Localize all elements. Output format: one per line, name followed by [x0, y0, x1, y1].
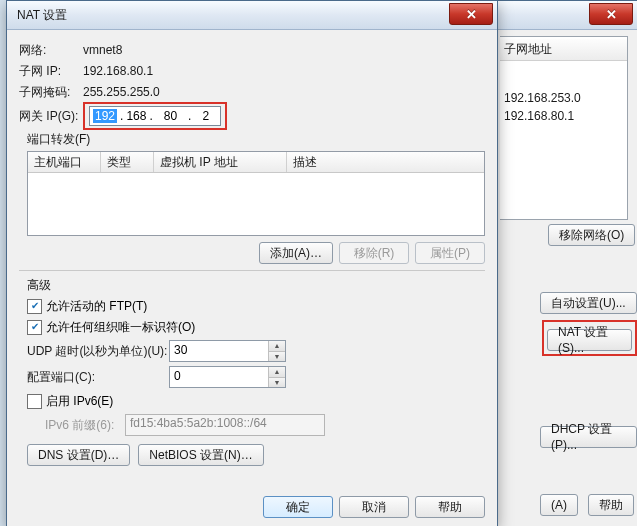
udp-timeout-value[interactable]: 30 [170, 341, 268, 361]
allow-oui-checkbox[interactable]: ✔ [27, 320, 42, 335]
close-icon: ✕ [606, 7, 617, 22]
dialog-content: 网络: vmnet8 子网 IP: 192.168.80.1 子网掩码: 255… [7, 30, 497, 478]
subnet-ip-label: 子网 IP: [19, 63, 83, 80]
ok-button[interactable]: 确定 [263, 496, 333, 518]
network-label: 网络: [19, 42, 83, 59]
add-button[interactable]: 添加(A)… [259, 242, 333, 264]
col-description[interactable]: 描述 [287, 152, 484, 172]
divider [19, 270, 485, 271]
advanced-title: 高级 [27, 277, 485, 294]
dhcp-settings-button[interactable]: DHCP 设置(P)... [540, 426, 637, 448]
port-forward-title: 端口转发(F) [27, 131, 485, 148]
nat-settings-dialog: NAT 设置 ✕ 网络: vmnet8 子网 IP: 192.168.80.1 … [6, 0, 498, 526]
subnet-list-header: 子网地址 [500, 39, 627, 61]
ipv6-prefix-input: fd15:4ba5:5a2b:1008::/64 [125, 414, 325, 436]
properties-button: 属性(P) [415, 242, 485, 264]
auto-settings-button[interactable]: 自动设置(U)... [540, 292, 637, 314]
allow-ftp-label: 允许活动的 FTP(T) [46, 298, 147, 315]
udp-timeout-label: UDP 超时(以秒为单位)(U): [27, 343, 169, 360]
spin-down-icon[interactable]: ▼ [269, 378, 285, 388]
subnet-ip-value: 192.168.80.1 [83, 64, 153, 78]
subnet-list-item[interactable]: 192.168.80.1 [500, 107, 627, 125]
subnet-list-item[interactable]: 192.168.253.0 [500, 89, 627, 107]
subnet-mask-label: 子网掩码: [19, 84, 83, 101]
port-forward-list[interactable]: 主机端口 类型 虚拟机 IP 地址 描述 [27, 151, 485, 236]
dialog-titlebar[interactable]: NAT 设置 ✕ [7, 1, 497, 30]
col-vm-ip[interactable]: 虚拟机 IP 地址 [154, 152, 287, 172]
nat-settings-button[interactable]: NAT 设置(S)... [547, 329, 632, 351]
gateway-octet-4[interactable]: 2 [194, 109, 217, 123]
config-port-input[interactable]: 0 ▲▼ [169, 366, 286, 388]
parent-close-button[interactable]: ✕ [589, 3, 633, 25]
spin-up-icon[interactable]: ▲ [269, 367, 285, 378]
gateway-ip-input[interactable]: 192 . 168 . 80 . 2 [89, 106, 221, 126]
gateway-label: 网关 IP(G): [19, 108, 83, 125]
port-forward-header: 主机端口 类型 虚拟机 IP 地址 描述 [28, 152, 484, 173]
gateway-octet-2[interactable]: 168 [126, 109, 146, 123]
dns-settings-button[interactable]: DNS 设置(D)… [27, 444, 130, 466]
back-help-button[interactable]: 帮助 [588, 494, 634, 516]
enable-ipv6-label: 启用 IPv6(E) [46, 393, 113, 410]
gateway-octet-3[interactable]: 80 [156, 109, 185, 123]
remove-button: 移除(R) [339, 242, 409, 264]
subnet-mask-value: 255.255.255.0 [83, 85, 160, 99]
enable-ipv6-checkbox[interactable] [27, 394, 42, 409]
subnet-list[interactable]: 子网地址 192.168.253.0 192.168.80.1 [500, 36, 628, 220]
spin-down-icon[interactable]: ▼ [269, 352, 285, 362]
gateway-octet-1[interactable]: 192 [93, 109, 117, 123]
help-button[interactable]: 帮助 [415, 496, 485, 518]
remove-network-button[interactable]: 移除网络(O) [548, 224, 635, 246]
col-host-port[interactable]: 主机端口 [28, 152, 101, 172]
nat-settings-highlight: NAT 设置(S)... [542, 320, 637, 356]
config-port-label: 配置端口(C): [27, 369, 169, 386]
ipv6-prefix-label: IPv6 前缀(6): [45, 417, 125, 434]
col-type[interactable]: 类型 [101, 152, 154, 172]
dialog-close-button[interactable]: ✕ [449, 3, 493, 25]
allow-ftp-checkbox[interactable]: ✔ [27, 299, 42, 314]
spin-up-icon[interactable]: ▲ [269, 341, 285, 352]
dialog-button-bar: 确定 取消 帮助 [263, 496, 485, 518]
allow-oui-label: 允许任何组织唯一标识符(O) [46, 319, 195, 336]
cancel-button[interactable]: 取消 [339, 496, 409, 518]
netbios-settings-button[interactable]: NetBIOS 设置(N)… [138, 444, 263, 466]
dialog-title: NAT 设置 [17, 7, 449, 24]
gateway-highlight: 192 . 168 . 80 . 2 [83, 102, 227, 130]
back-a-button[interactable]: (A) [540, 494, 578, 516]
network-value: vmnet8 [83, 43, 122, 57]
udp-timeout-input[interactable]: 30 ▲▼ [169, 340, 286, 362]
close-icon: ✕ [466, 7, 477, 22]
config-port-value[interactable]: 0 [170, 367, 268, 387]
